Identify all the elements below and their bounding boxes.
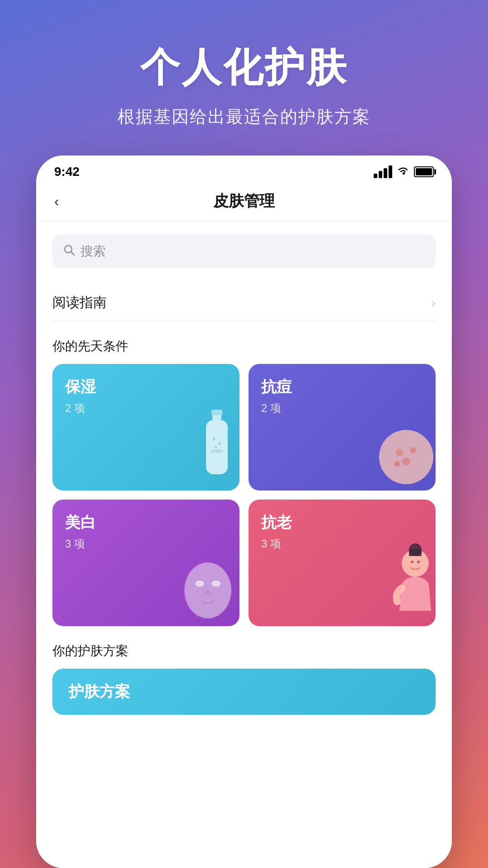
card-moisture[interactable]: 保湿 2 项 water (52, 364, 239, 491)
search-placeholder: 搜索 (80, 243, 106, 260)
svg-rect-1 (211, 410, 222, 416)
card-acne[interactable]: 抗痘 2 项 (249, 364, 436, 491)
face-mask-illustration (176, 547, 239, 626)
card-antiaging-title: 抗老 (261, 512, 423, 533)
signal-icon (374, 165, 392, 178)
guide-row[interactable]: 阅读指南 › (52, 284, 436, 321)
acne-face-illustration (377, 416, 436, 491)
nav-bar: ‹ 皮肤管理 (36, 184, 452, 221)
svg-point-21 (411, 561, 413, 563)
card-whitening-title: 美白 (65, 512, 227, 533)
svg-rect-2 (212, 415, 221, 420)
svg-point-16 (211, 580, 221, 587)
innate-section-title: 你的先天条件 (52, 338, 436, 355)
plan-section-title: 你的护肤方案 (52, 642, 436, 660)
content-area: 搜索 阅读指南 › 你的先天条件 保湿 2 项 (36, 221, 452, 868)
status-icons (374, 165, 434, 178)
card-whitening[interactable]: 美白 3 项 (52, 500, 239, 626)
svg-rect-20 (409, 549, 422, 556)
svg-point-10 (410, 447, 416, 453)
water-bottle-illustration: water (194, 407, 239, 491)
svg-point-15 (195, 580, 204, 587)
svg-point-7 (215, 446, 217, 448)
plan-card[interactable]: 护肤方案 (52, 669, 436, 715)
svg-point-5 (213, 438, 216, 440)
card-antiaging[interactable]: 抗老 3 项 (249, 500, 436, 626)
card-acne-count: 2 项 (261, 401, 423, 415)
back-button[interactable]: ‹ (54, 193, 59, 210)
svg-point-9 (396, 449, 403, 456)
card-moisture-title: 保湿 (65, 377, 227, 397)
card-acne-title: 抗痘 (261, 377, 423, 397)
svg-point-6 (218, 442, 221, 445)
guide-label: 阅读指南 (52, 293, 107, 312)
phone-mockup: 9:42 ‹ 皮肤管理 (36, 156, 452, 868)
svg-point-22 (417, 561, 420, 563)
hero-title: 个人化护肤 (117, 41, 371, 94)
status-bar: 9:42 (36, 156, 452, 184)
search-bar[interactable]: 搜索 (52, 235, 436, 268)
wifi-icon (397, 165, 409, 178)
person-illustration (381, 538, 436, 626)
cards-grid: 保湿 2 项 water (52, 364, 436, 626)
svg-point-12 (394, 461, 400, 467)
hero-subtitle: 根据基因给出最适合的护肤方案 (117, 105, 371, 128)
status-time: 9:42 (54, 165, 80, 179)
nav-title: 皮肤管理 (213, 191, 275, 212)
search-icon (63, 244, 75, 259)
battery-icon (414, 166, 434, 177)
svg-point-17 (205, 590, 211, 595)
svg-point-8 (379, 430, 433, 484)
hero-section: 个人化护肤 根据基因给出最适合的护肤方案 (90, 0, 398, 156)
plan-section: 你的护肤方案 护肤方案 (52, 642, 436, 715)
svg-text:water: water (211, 448, 223, 453)
chevron-right-icon: › (432, 296, 436, 310)
plan-card-title: 护肤方案 (69, 681, 419, 702)
svg-point-11 (402, 458, 410, 466)
